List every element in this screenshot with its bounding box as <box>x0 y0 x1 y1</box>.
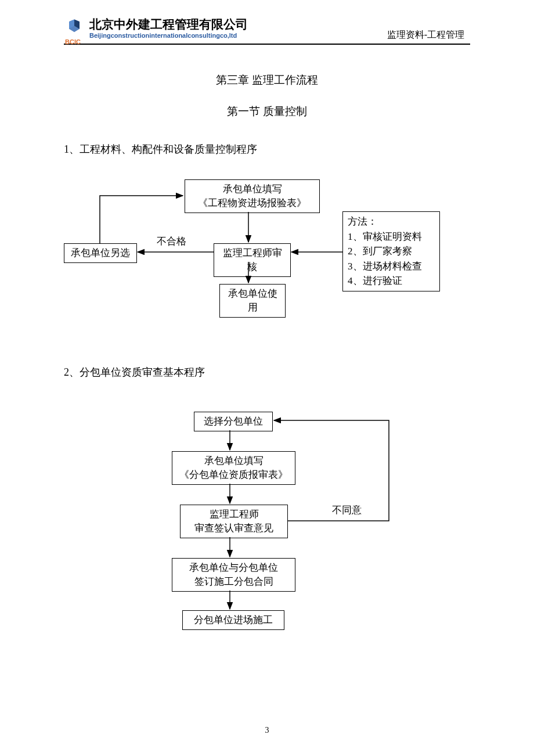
header-right-label: 监理资料-工程管理 <box>387 17 470 41</box>
d2-box-review: 监理工程师 审查签认审查意见 <box>180 505 288 538</box>
company-name-cn: 北京中外建工程管理有限公司 <box>89 17 248 32</box>
company-name-en: Beijingconstructioninternationalconsulti… <box>89 32 248 39</box>
logo-block: 北京中外建工程管理有限公司 Beijingconstructioninterna… <box>64 17 248 39</box>
flowchart-1: 承包单位填写 《工程物资进场报验表》 监理工程师审核 承包单位使用 承包单位另选… <box>64 179 470 313</box>
d1-method-3: 3、进场材料检查 <box>348 259 435 274</box>
d2-box-enter: 分包单位进场施工 <box>182 610 284 630</box>
chapter-title: 第三章 监理工作流程 <box>64 73 470 88</box>
item-2-heading: 2、分包单位资质审查基本程序 <box>64 365 470 379</box>
section-title: 第一节 质量控制 <box>64 104 470 119</box>
d1-box-fillform: 承包单位填写 《工程物资进场报验表》 <box>185 179 320 213</box>
page-number: 3 <box>0 726 534 735</box>
d2-box-select: 选择分包单位 <box>194 412 273 431</box>
d1-box-alt: 承包单位另选 <box>64 243 137 263</box>
d1-method-1: 1、审核证明资料 <box>348 229 435 244</box>
flowchart-2: 选择分包单位 承包单位填写 《分包单位资质报审表》 监理工程师 审查签认审查意见… <box>64 412 470 632</box>
d1-method-2: 2、到厂家考察 <box>348 244 435 259</box>
d2-box-form: 承包单位填写 《分包单位资质报审表》 <box>172 451 295 485</box>
d2-disagree-label: 不同意 <box>332 503 362 517</box>
d1-box-review: 监理工程师审核 <box>214 243 291 277</box>
bcic-label: BCIC <box>65 38 81 45</box>
d1-box-methods: 方法： 1、审核证明资料 2、到厂家考察 3、进场材料检查 4、进行验证 <box>342 211 440 291</box>
d1-method-title: 方法： <box>348 214 435 229</box>
item-1-heading: 1、工程材料、构配件和设备质量控制程序 <box>64 142 470 156</box>
d1-method-4: 4、进行验证 <box>348 273 435 289</box>
company-text: 北京中外建工程管理有限公司 Beijingconstructioninterna… <box>89 17 248 39</box>
d1-box-use: 承包单位使用 <box>219 284 286 318</box>
d1-fail-label: 不合格 <box>157 235 186 248</box>
document-header: 北京中外建工程管理有限公司 Beijingconstructioninterna… <box>64 17 470 45</box>
company-logo-icon <box>64 17 85 38</box>
d2-box-contract: 承包单位与分包单位 签订施工分包合同 <box>172 558 295 592</box>
